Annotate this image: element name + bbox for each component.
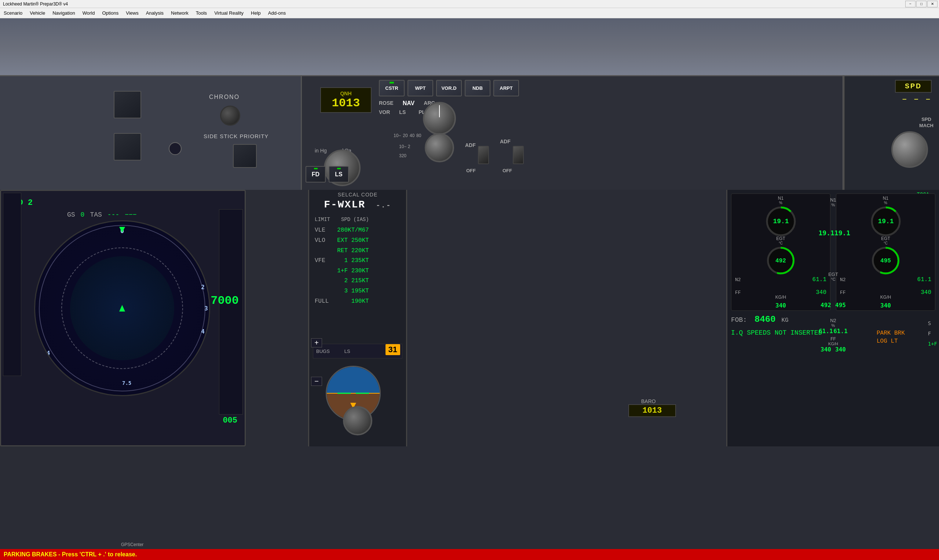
cstr-button[interactable]: CSTR: [379, 80, 405, 96]
range-320: 320: [399, 153, 406, 158]
engine-gauges: N1 % 19.1 EGT °C: [731, 194, 935, 311]
menu-bar: Scenario Vehicle Navigation World Option…: [0, 8, 939, 18]
wpt-button[interactable]: WPT: [407, 80, 433, 96]
menu-help[interactable]: Help: [247, 8, 264, 18]
lower-instrument-area: 1FD 2 GS 0 TAS --- −−− O: [0, 190, 939, 560]
parking-brake-message: PARKING BRAKES - Press 'CTRL + .' to rel…: [4, 551, 137, 558]
panel-left-section: CHRONO SIDE STICK PRIORITY: [0, 76, 301, 190]
menu-analysis[interactable]: Analysis: [142, 8, 167, 18]
fd-button[interactable]: FD: [305, 166, 326, 183]
arpt-button[interactable]: ARPT: [493, 80, 519, 96]
menu-tools[interactable]: Tools: [192, 8, 211, 18]
vord-button[interactable]: VOR.D: [436, 80, 462, 96]
heading-pointer: [119, 227, 125, 233]
altitude-value: 7000: [211, 294, 239, 308]
1f-indicator: 1+F: [928, 338, 937, 349]
panel-button-1[interactable]: [114, 91, 141, 118]
ff-value-row: 340 340: [819, 346, 848, 353]
egt-label-1: EGT: [765, 236, 796, 241]
window-controls: − □ ✕: [905, 1, 939, 7]
ff-340-1: 340: [731, 302, 830, 309]
n1-label-2: N1: [869, 196, 902, 201]
chrono-knob[interactable]: [220, 106, 240, 126]
engine-1-gauges: N1 % 19.1 EGT °C: [731, 194, 830, 311]
speed-tape: [3, 193, 21, 376]
egt-c-1: °C: [765, 241, 796, 245]
ff-v1: 340: [820, 346, 831, 353]
side-stick-button[interactable]: [233, 144, 257, 168]
fd-ls-group: FD LS: [305, 166, 349, 183]
chrono-label: CHRONO: [209, 94, 239, 100]
vfe1f-row: 1+F 230KT: [315, 266, 369, 276]
vfe2-row: 2 215KT: [315, 276, 369, 286]
svg-text:19.1: 19.1: [878, 218, 894, 225]
hdg-5: 5: [198, 350, 201, 357]
park-brk-display: PARK BRK LOG LT: [877, 329, 935, 346]
menu-addons[interactable]: Add-ons: [264, 8, 290, 18]
menu-navigation[interactable]: Navigation: [49, 8, 79, 18]
engine-2-gauges: N1 % 19.1 EGT °C: [836, 194, 935, 311]
n1-eng2-group: N1 % 19.1: [869, 196, 902, 239]
status-bar: PARKING BRAKES - Press 'CTRL + .' to rel…: [0, 549, 939, 560]
nd-range-knob[interactable]: [425, 133, 454, 162]
ndb-button[interactable]: NDB: [465, 80, 490, 96]
adf-toggle-2[interactable]: [513, 146, 524, 164]
tas-dashes: −−−: [125, 211, 136, 218]
ff-unit-2: KG/H: [836, 295, 935, 300]
adf-vor-toggle[interactable]: [478, 146, 489, 164]
gs-tas-display: GS 0 TAS --- −−−: [67, 211, 137, 218]
nd-zoom-minus[interactable]: −: [311, 377, 322, 386]
panel-button-2[interactable]: [114, 133, 141, 160]
tas-value: ---: [108, 211, 119, 218]
menu-vehicle[interactable]: Vehicle: [26, 8, 49, 18]
spd-mach-label: SPDMACH: [919, 117, 933, 129]
adi-horizon-right: [356, 393, 369, 394]
egt-c-center: °C: [819, 277, 848, 282]
spd-knob[interactable]: [891, 131, 928, 168]
ls-button[interactable]: LS: [328, 166, 349, 183]
callsign-display: F-WXLR -.-: [316, 199, 399, 210]
ff-unit-center: KG/H: [819, 342, 848, 346]
n1-eng1-group: N1 % 19.1: [765, 196, 797, 239]
ff-v2: 340: [835, 346, 846, 353]
range-scale-2: 10− 2: [399, 144, 410, 149]
n1-pct-2: %: [869, 201, 902, 205]
menu-world[interactable]: World: [79, 8, 99, 18]
off-label-2: OFF: [503, 168, 512, 173]
minimize-button[interactable]: −: [905, 1, 916, 7]
svg-text:495: 495: [880, 258, 891, 264]
adf-label: ADF: [465, 142, 476, 148]
spd-dashes: − − −: [902, 95, 932, 103]
ff-unit-1: KG/H: [731, 295, 830, 300]
menu-virtual-reality[interactable]: Virtual Reality: [211, 8, 247, 18]
egt-v1: 492: [820, 302, 831, 309]
sf-scale: S F 1+F: [928, 318, 937, 349]
fob-label: FOB:: [731, 316, 747, 324]
speed-bug-value: 31: [385, 344, 400, 355]
fob-display: FOB: 8460 KG: [731, 314, 935, 325]
egt-gauge-svg-1: 492: [765, 245, 796, 276]
adi-sky: [327, 367, 379, 393]
hdg-3: 3: [204, 305, 208, 312]
adf-label-2: ADF: [500, 138, 510, 145]
window-title: Lockheed Martin® Prepar3D® v4: [0, 2, 68, 6]
menu-network[interactable]: Network: [167, 8, 192, 18]
menu-views[interactable]: Views: [122, 8, 142, 18]
close-button[interactable]: ✕: [927, 1, 937, 7]
fob-unit: KG: [781, 317, 788, 324]
rose-label: ROSE: [379, 100, 393, 107]
hdg-34: 34: [43, 350, 50, 357]
vlo-row: VLO EXT 250KT: [315, 235, 369, 246]
nd-zoom-plus[interactable]: +: [311, 338, 322, 348]
mcdu-baro-knob[interactable]: [343, 406, 372, 435]
nd-mode-knob[interactable]: [423, 102, 456, 135]
egt-eng1-group: EGT °C 492: [765, 236, 796, 278]
upper-instrument-panel: CHRONO SIDE STICK PRIORITY QNH 1013 in H…: [0, 75, 939, 189]
gs-value: 0: [81, 211, 85, 218]
egt-gauge-svg-2: 495: [870, 245, 901, 276]
menu-options[interactable]: Options: [98, 8, 122, 18]
n1-gauge-svg-1: 19.1: [765, 205, 797, 238]
menu-scenario[interactable]: Scenario: [0, 8, 26, 18]
maximize-button[interactable]: □: [916, 1, 927, 7]
n2-label-1: N2: [735, 277, 741, 283]
